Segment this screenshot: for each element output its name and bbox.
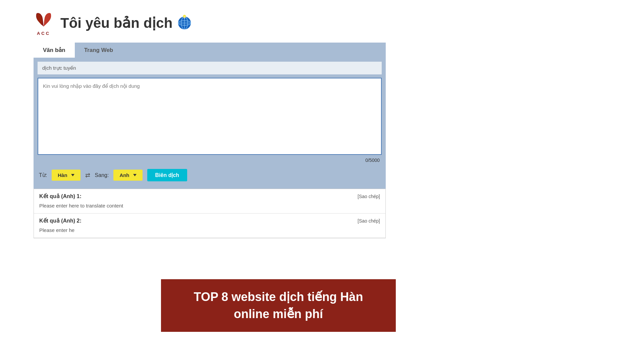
- subtitle-bar: dịch trực tuyến: [38, 62, 382, 74]
- logo-wings-icon: [34, 10, 54, 30]
- to-label: Sang:: [95, 172, 109, 178]
- logo-text: ACC: [37, 31, 50, 36]
- subtitle-text: dịch trực tuyến: [42, 65, 76, 71]
- swap-icon: ⇄: [85, 172, 90, 179]
- char-count: 0/5000: [38, 156, 382, 166]
- translation-input[interactable]: [38, 78, 382, 155]
- main-content: Văn bản Trang Web dịch trực tuyến 0/5000…: [34, 43, 610, 238]
- header: ACC Tôi yêu bản dịch: [0, 0, 644, 43]
- from-label: Từ:: [39, 172, 47, 178]
- result-2-header: Kết quả (Anh) 2: [Sao chép]: [34, 214, 385, 226]
- site-title: Tôi yêu bản dịch: [60, 14, 193, 32]
- copy-1-button[interactable]: [Sao chép]: [358, 194, 380, 199]
- result-2-title: Kết quả (Anh) 2:: [39, 218, 82, 224]
- result-block-2: Kết quả (Anh) 2: [Sao chép] Please enter…: [34, 214, 385, 238]
- tab-trang-web[interactable]: Trang Web: [75, 43, 123, 58]
- overlay-banner: TOP 8 website dịch tiếng Hàn online miễn…: [161, 279, 396, 332]
- logo-container: ACC: [34, 10, 54, 36]
- translation-wrapper: dịch trực tuyến 0/5000 Từ: Hàn ⇄ Sang: A…: [34, 58, 386, 189]
- copy-2-button[interactable]: [Sao chép]: [358, 218, 380, 224]
- result-1-text: Please enter here to translate content: [34, 201, 385, 213]
- overlay-line-2: online miễn phí: [174, 306, 382, 322]
- translate-button[interactable]: Biên dịch: [147, 169, 187, 181]
- swap-button[interactable]: ⇄: [85, 172, 90, 179]
- tab-bar: Văn bản Trang Web: [34, 43, 386, 58]
- tab-van-ban[interactable]: Văn bản: [34, 43, 75, 58]
- result-1-title: Kết quả (Anh) 1:: [39, 193, 82, 199]
- controls-row: Từ: Hàn ⇄ Sang: Anh Biên dịch: [38, 166, 382, 185]
- from-lang-dropdown-icon: [71, 174, 74, 176]
- result-2-text: Please enter he: [34, 226, 385, 238]
- results-section: Kết quả (Anh) 1: [Sao chép] Please enter…: [34, 189, 386, 238]
- svg-rect-6: [184, 17, 185, 18]
- to-lang-dropdown-icon: [133, 174, 137, 176]
- result-block-1: Kết quả (Anh) 1: [Sao chép] Please enter…: [34, 189, 385, 214]
- from-lang-button[interactable]: Hàn: [52, 170, 80, 181]
- to-lang-button[interactable]: Anh: [113, 170, 142, 181]
- globe-icon: [176, 14, 193, 32]
- overlay-line-1: TOP 8 website dịch tiếng Hàn: [174, 289, 382, 305]
- result-1-header: Kết quả (Anh) 1: [Sao chép]: [34, 189, 385, 201]
